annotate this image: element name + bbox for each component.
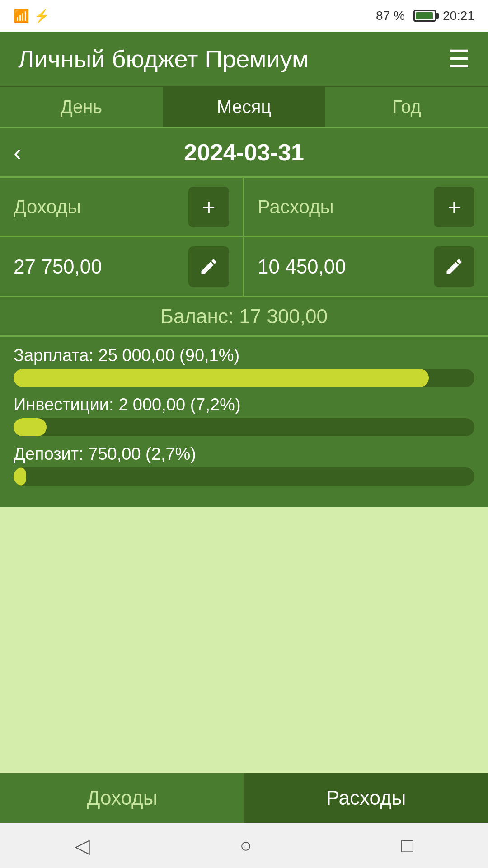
- income-add-button[interactable]: +: [188, 187, 229, 227]
- usb-icon: ⚡: [34, 9, 50, 24]
- expense-edit-button[interactable]: [434, 246, 474, 287]
- nav-home-button[interactable]: ○: [239, 834, 252, 857]
- main-content: [0, 507, 488, 773]
- breakdown-item-invest: Инвестиции: 2 000,00 (7,2%): [14, 395, 474, 436]
- balance-text: Баланс: 17 300,00: [160, 305, 328, 328]
- finance-grid: Доходы + 27 750,00 Расходы + 10 450,00: [0, 176, 488, 296]
- income-column: Доходы + 27 750,00: [0, 178, 244, 296]
- system-nav: ◁ ○ □: [0, 823, 488, 868]
- expense-value: 10 450,00: [258, 255, 346, 278]
- time-display: 20:21: [443, 9, 474, 23]
- expense-column: Расходы + 10 450,00: [244, 178, 488, 296]
- breakdown-label-deposit: Депозит: 750,00 (2,7%): [14, 444, 474, 464]
- date-prev-button[interactable]: ‹: [14, 138, 22, 166]
- tab-year[interactable]: Год: [325, 87, 488, 127]
- app-header: Личный бюджет Премиум ☰: [0, 32, 488, 86]
- expense-add-button[interactable]: +: [434, 187, 474, 227]
- progress-bar-invest-fill: [14, 418, 47, 436]
- breakdown-item-salary: Зарплата: 25 000,00 (90,1%): [14, 346, 474, 387]
- bottom-tab-bar: Доходы Расходы: [0, 773, 488, 823]
- progress-bar-deposit-fill: [14, 467, 26, 486]
- app-title: Личный бюджет Премиум: [18, 45, 309, 73]
- progress-bar-salary-fill: [14, 369, 429, 387]
- breakdown-item-deposit: Депозит: 750,00 (2,7%): [14, 444, 474, 486]
- tab-month[interactable]: Месяц: [163, 87, 325, 127]
- progress-bar-salary-bg: [14, 369, 474, 387]
- expense-value-row: 10 450,00: [244, 237, 488, 296]
- income-label-row: Доходы +: [0, 178, 243, 237]
- tab-day[interactable]: День: [0, 87, 163, 127]
- breakdown-label-invest: Инвестиции: 2 000,00 (7,2%): [14, 395, 474, 415]
- date-display: 2024-03-31: [184, 139, 304, 166]
- nav-back-button[interactable]: ◁: [75, 834, 90, 857]
- signal-icon: 📶: [14, 9, 29, 24]
- income-edit-button[interactable]: [188, 246, 229, 287]
- progress-bar-deposit-bg: [14, 467, 474, 486]
- income-value-row: 27 750,00: [0, 237, 243, 296]
- date-row: ‹ 2024-03-31: [0, 127, 488, 176]
- balance-row: Баланс: 17 300,00: [0, 296, 488, 337]
- expense-label-row: Расходы +: [244, 178, 488, 237]
- status-bar: 📶 ⚡ 87 % 20:21: [0, 0, 488, 32]
- status-right: 87 % 20:21: [376, 9, 474, 23]
- tab-bar: День Месяц Год: [0, 86, 488, 127]
- bottom-tab-expense[interactable]: Расходы: [244, 773, 488, 823]
- progress-bar-invest-bg: [14, 418, 474, 436]
- breakdown-label-salary: Зарплата: 25 000,00 (90,1%): [14, 346, 474, 365]
- income-value: 27 750,00: [14, 255, 102, 278]
- bottom-tab-income[interactable]: Доходы: [0, 773, 244, 823]
- breakdown-section: Зарплата: 25 000,00 (90,1%) Инвестиции: …: [0, 337, 488, 507]
- battery-icon: [413, 10, 436, 22]
- nav-recent-button[interactable]: □: [401, 834, 413, 857]
- hamburger-icon[interactable]: ☰: [448, 45, 470, 73]
- income-label: Доходы: [14, 196, 81, 218]
- battery-percent: 87 %: [376, 9, 405, 23]
- status-left: 📶 ⚡: [14, 9, 50, 24]
- expense-label: Расходы: [258, 196, 334, 218]
